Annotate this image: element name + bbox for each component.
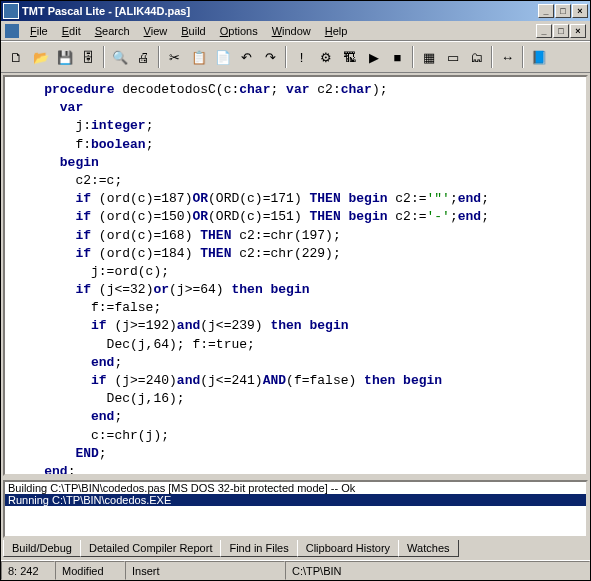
mdi-minimize-button[interactable]: _ <box>536 24 552 38</box>
close-button[interactable]: × <box>572 4 588 18</box>
statusbar: 8: 242 Modified Insert C:\TP\BIN <box>1 560 590 580</box>
menu-build[interactable]: Build <box>174 23 212 39</box>
bottom-tabs: Build/DebugDetailed Compiler ReportFind … <box>1 540 590 560</box>
tab-watches[interactable]: Watches <box>398 540 458 557</box>
output-panel[interactable]: Building C:\TP\BIN\codedos.pas [MS DOS 3… <box>3 480 588 538</box>
cut-icon[interactable]: ✂ <box>163 46 186 69</box>
tab-build-debug[interactable]: Build/Debug <box>3 540 81 557</box>
mdi-restore-button[interactable]: □ <box>553 24 569 38</box>
save-all-icon[interactable]: 🗄 <box>77 46 100 69</box>
tab-detailed-compiler-report[interactable]: Detailed Compiler Report <box>80 540 222 557</box>
redo-icon[interactable]: ↷ <box>259 46 282 69</box>
new-file-icon[interactable]: 🗋 <box>5 46 28 69</box>
print-preview-icon[interactable]: 🔍 <box>108 46 131 69</box>
close-all-icon[interactable]: 🗂 <box>465 46 488 69</box>
output-line[interactable]: Building C:\TP\BIN\codedos.pas [MS DOS 3… <box>5 482 586 494</box>
menu-view[interactable]: View <box>137 23 175 39</box>
menu-file[interactable]: File <box>23 23 55 39</box>
toolbar-separator <box>158 46 160 68</box>
titlebar: TMT Pascal Lite - [ALIK44D.pas] _ □ × <box>1 1 590 21</box>
minimize-button[interactable]: _ <box>538 4 554 18</box>
toolbar-separator <box>522 46 524 68</box>
app-window: TMT Pascal Lite - [ALIK44D.pas] _ □ × Fi… <box>0 0 591 581</box>
maximize-button[interactable]: □ <box>555 4 571 18</box>
menu-options[interactable]: Options <box>213 23 265 39</box>
toolbar-separator <box>412 46 414 68</box>
compile-icon[interactable]: ⚙ <box>314 46 337 69</box>
tab-clipboard-history[interactable]: Clipboard History <box>297 540 399 557</box>
tile-icon[interactable]: ▦ <box>417 46 440 69</box>
editor-area[interactable]: procedure decodetodosC(c:char; var c2:ch… <box>3 75 588 476</box>
save-icon[interactable]: 💾 <box>53 46 76 69</box>
toolbar-separator <box>491 46 493 68</box>
menu-search[interactable]: Search <box>88 23 137 39</box>
status-insert: Insert <box>125 561 285 580</box>
undo-icon[interactable]: ↶ <box>235 46 258 69</box>
mdi-close-button[interactable]: × <box>570 24 586 38</box>
stop-icon[interactable]: ■ <box>386 46 409 69</box>
menu-window[interactable]: Window <box>265 23 318 39</box>
toggle-icon[interactable]: ↔ <box>496 46 519 69</box>
menubar: FileEditSearchViewBuildOptionsWindowHelp… <box>1 21 590 41</box>
paste-icon[interactable]: 📄 <box>211 46 234 69</box>
cascade-icon[interactable]: ▭ <box>441 46 464 69</box>
exclaim-icon[interactable]: ! <box>290 46 313 69</box>
menu-edit[interactable]: Edit <box>55 23 88 39</box>
tab-find-in-files[interactable]: Find in Files <box>220 540 297 557</box>
copy-icon[interactable]: 📋 <box>187 46 210 69</box>
toolbar: 🗋📂💾🗄🔍🖨✂📋📄↶↷!⚙🏗▶■▦▭🗂↔📘 <box>1 41 590 73</box>
print-icon[interactable]: 🖨 <box>132 46 155 69</box>
status-path: C:\TP\BIN <box>285 561 590 580</box>
menu-help[interactable]: Help <box>318 23 355 39</box>
run-icon[interactable]: ▶ <box>362 46 385 69</box>
build-icon[interactable]: 🏗 <box>338 46 361 69</box>
help-icon[interactable]: 📘 <box>527 46 550 69</box>
window-title: TMT Pascal Lite - [ALIK44D.pas] <box>22 5 538 17</box>
toolbar-separator <box>103 46 105 68</box>
system-menu-icon[interactable] <box>5 24 19 38</box>
output-line[interactable]: Running C:\TP\BIN\codedos.EXE <box>5 494 586 506</box>
code-editor[interactable]: procedure decodetodosC(c:char; var c2:ch… <box>5 77 586 476</box>
open-file-icon[interactable]: 📂 <box>29 46 52 69</box>
window-buttons: _ □ × <box>538 4 588 18</box>
status-modified: Modified <box>55 561 125 580</box>
mdi-buttons: _ □ × <box>536 24 586 38</box>
app-icon <box>3 3 19 19</box>
status-position: 8: 242 <box>1 561 55 580</box>
toolbar-separator <box>285 46 287 68</box>
